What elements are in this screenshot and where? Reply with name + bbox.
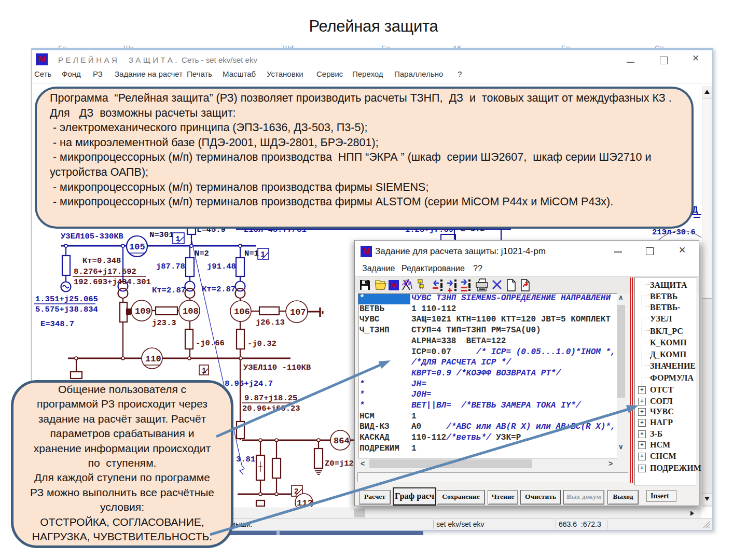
- svg-text:106: 106: [234, 307, 250, 317]
- svg-text:Кт=0.348: Кт=0.348: [82, 256, 121, 265]
- svg-text:110: 110: [145, 354, 161, 364]
- svg-text:109: 109: [135, 306, 151, 316]
- svg-text:20.96+j65.23: 20.96+j65.23: [242, 404, 300, 413]
- svg-text:105: 105: [129, 242, 145, 252]
- svg-text:j87.78: j87.78: [156, 262, 185, 271]
- svg-text:8.96+j24.7: 8.96+j24.7: [225, 379, 273, 388]
- svg-text:1: 1: [202, 367, 206, 375]
- svg-text:9.87+j18.25: 9.87+j18.25: [244, 394, 297, 403]
- svg-text:E=348.7: E=348.7: [40, 319, 74, 329]
- svg-text:21Эл-30.6: 21Эл-30.6: [652, 228, 696, 237]
- svg-text:1.351+j25.065: 1.351+j25.065: [35, 295, 98, 304]
- svg-text:2: 2: [294, 487, 298, 496]
- svg-text:1: 1: [175, 234, 180, 244]
- svg-text:Z0=j126: Z0=j126: [325, 459, 358, 468]
- svg-text:Кт=2.87: Кт=2.87: [202, 285, 236, 294]
- svg-text:192.693+j404.301: 192.693+j404.301: [74, 277, 151, 287]
- svg-text:5.575+j38.834: 5.575+j38.834: [35, 305, 98, 314]
- svg-text:108: 108: [183, 306, 199, 316]
- svg-text:-j0.32: -j0.32: [247, 339, 276, 348]
- svg-text:j26.13: j26.13: [256, 318, 285, 327]
- svg-text:8.276+j17.592: 8.276+j17.592: [74, 267, 136, 276]
- svg-text:864: 864: [334, 436, 350, 446]
- svg-text:УЗЕЛ105-330КВ: УЗЕЛ105-330КВ: [61, 232, 123, 241]
- svg-text:N=2: N=2: [195, 249, 209, 258]
- svg-text:N=301: N=301: [149, 230, 174, 240]
- svg-text:N=1: N=1: [244, 249, 259, 258]
- svg-text:М: М: [391, 281, 397, 290]
- svg-text:107: 107: [290, 307, 306, 317]
- svg-text:j23.3: j23.3: [152, 318, 176, 328]
- svg-text:1: 1: [260, 250, 265, 259]
- svg-text:-j0.66: -j0.66: [196, 339, 225, 348]
- svg-text:3.81: 3.81: [236, 455, 255, 464]
- svg-text:j91.48: j91.48: [207, 262, 236, 271]
- svg-text:112: 112: [297, 498, 313, 507]
- svg-text:УЗЕЛ110 -110КВ: УЗЕЛ110 -110КВ: [243, 363, 311, 372]
- svg-text:Кт=2.87: Кт=2.87: [152, 286, 186, 295]
